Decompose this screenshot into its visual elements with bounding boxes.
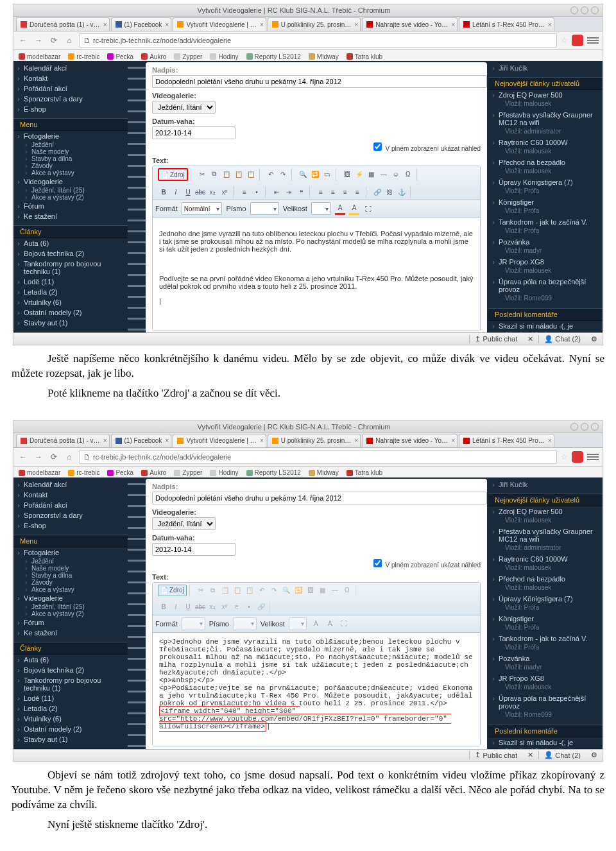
reload-icon[interactable]: ⟳ — [48, 451, 60, 463]
editor-body[interactable]: Jednoho dne jsme vyrazili na tuto oblíbe… — [153, 218, 480, 331]
bookmark-midway[interactable]: Midway — [309, 53, 339, 60]
url-input[interactable]: 🗋rc-trebic.jb-technik.cz/node/add/videog… — [79, 450, 557, 464]
latest-item[interactable]: Tankodrom - jak to začíná V. — [488, 217, 603, 227]
bookmark-aukro[interactable]: Aukro — [141, 53, 166, 60]
sidebar-sub-stavby[interactable]: Stavby a dílna — [13, 155, 128, 162]
bookmark-pecka[interactable]: Pecka — [107, 469, 133, 476]
selectall-icon[interactable]: ▭ — [321, 168, 333, 180]
cut-icon[interactable]: ✂ — [196, 168, 208, 180]
size-select[interactable] — [311, 202, 331, 215]
close-icon[interactable]: ✕ — [527, 335, 533, 343]
hr-icon[interactable]: — — [378, 168, 389, 180]
sidebar-item-letadla[interactable]: Letadla (2) — [13, 287, 128, 297]
smiley-icon[interactable]: ☺ — [390, 168, 402, 180]
tab-youtube-upload[interactable]: Nahrajte své video - Yo…× — [362, 434, 458, 447]
user-name[interactable]: Jiří Kučík — [488, 63, 603, 73]
align-right-icon[interactable]: ≡ — [339, 186, 351, 198]
latest-item[interactable]: Königstiger — [488, 197, 603, 207]
bookmark-zypper[interactable]: Zypper — [174, 469, 202, 476]
underline-icon[interactable]: U — [182, 186, 194, 198]
menu-icon[interactable] — [587, 454, 599, 460]
latest-item[interactable]: JR Propo XG8 — [488, 257, 603, 267]
quote-icon[interactable]: ❝ — [295, 186, 307, 198]
bookmark-reporty[interactable]: Reporty LS2012 — [246, 469, 301, 476]
close-icon[interactable]: × — [548, 21, 552, 28]
bookmark-tatra[interactable]: Tatra klub — [346, 53, 382, 60]
latest-item[interactable]: Úpravy Königstigera (7) — [488, 177, 603, 187]
tab-videogalerie[interactable]: Vytvořit Videogalerie | …× — [173, 434, 266, 447]
sidebar-item-vrtulniky[interactable]: Vrtulníky (6) — [13, 297, 128, 307]
sidebar-item-sponzorstvi[interactable]: Sponzorství a dary — [13, 94, 128, 104]
anchor-icon[interactable]: ⚓ — [396, 186, 407, 198]
sidebar-item-stavby-aut[interactable]: Stavby aut (1) — [13, 318, 128, 328]
paste-word-icon[interactable]: 📋 — [245, 168, 257, 180]
source-button[interactable]: 📄Zdroj — [158, 168, 188, 181]
sidebar-sub-jezdeni-litani[interactable]: Ježdění, lítání (25) — [13, 187, 128, 194]
sup-icon[interactable]: x² — [219, 186, 230, 198]
sidebar-item-kontakt[interactable]: Kontakt — [13, 73, 128, 83]
bookmark-modelbazar[interactable]: modelbazar — [19, 53, 60, 60]
maximize-icon[interactable]: ⛶ — [339, 619, 349, 629]
paste-text-icon[interactable]: 📋 — [233, 168, 244, 180]
bookmark-rctrebic[interactable]: rc-trebic — [68, 53, 99, 60]
find-icon[interactable]: 🔍 — [297, 168, 309, 180]
italic-icon[interactable]: I — [170, 186, 182, 198]
sidebar-item-eshop[interactable]: E-shop — [13, 104, 128, 114]
paste-icon[interactable]: 📋 — [221, 168, 232, 180]
gear-icon[interactable]: ⚙ — [591, 335, 597, 343]
nadpis-input[interactable] — [152, 492, 487, 504]
copy-icon[interactable]: ⧉ — [209, 168, 220, 180]
close-icon[interactable] — [591, 6, 599, 14]
datum-input[interactable] — [152, 126, 235, 139]
sidebar-item-ke-stazeni[interactable]: Ke stažení — [13, 211, 128, 221]
minimize-icon[interactable] — [570, 423, 578, 431]
tab-polikliniky[interactable]: U polikliniky 25. prosin…× — [268, 17, 361, 31]
source-button[interactable]: 📄Zdroj — [158, 585, 187, 596]
bullist-icon[interactable]: • — [251, 186, 262, 198]
maximize-icon[interactable] — [581, 423, 588, 431]
opera-icon[interactable] — [572, 35, 583, 46]
videogalerie-select[interactable]: Ježdění, lítání — [152, 517, 216, 530]
undo-icon[interactable]: ↶ — [265, 168, 277, 180]
videogalerie-select[interactable]: Ježdění, lítání — [152, 101, 216, 114]
comment-item[interactable]: Skazil si mi náladu -(, je — [488, 321, 603, 331]
back-icon[interactable]: ← — [17, 451, 29, 463]
datum-input[interactable] — [152, 543, 235, 556]
sidebar-item-tankodromy[interactable]: Tankodromy pro bojovou techniku (1) — [13, 259, 128, 277]
sidebar-sub-akce-vystavy[interactable]: Akce a výstavy (2) — [13, 194, 128, 201]
public-chat-button[interactable]: ↥ Public chat — [469, 751, 522, 759]
sidebar-item-fotogalerie[interactable]: Fotogalerie — [13, 131, 128, 141]
redo-icon[interactable]: ↷ — [277, 168, 289, 180]
close-icon[interactable]: × — [354, 21, 358, 28]
link-icon[interactable]: 🔗 — [372, 186, 383, 198]
bookmark-reporty[interactable]: Reporty LS2012 — [246, 53, 301, 60]
bookmark-rctrebic[interactable]: rc-trebic — [68, 469, 99, 476]
close-icon[interactable]: × — [451, 21, 455, 28]
sidebar-item-auta[interactable]: Auta (6) — [13, 238, 128, 248]
sidebar-item-forum[interactable]: Fórum — [13, 201, 128, 211]
reload-icon[interactable]: ⟳ — [48, 35, 60, 46]
bookmark-hodiny[interactable]: Hodiny — [210, 53, 238, 60]
close-icon[interactable]: × — [103, 21, 107, 28]
format-select[interactable]: Normální — [182, 202, 223, 215]
maximize-icon[interactable]: ⛶ — [363, 203, 373, 214]
public-chat-button[interactable]: ↥ Public chat — [469, 335, 522, 343]
tab-youtube-trex[interactable]: Létání s T-Rex 450 Pro…× — [459, 434, 554, 447]
outdent-icon[interactable]: ⇤ — [271, 186, 282, 198]
bookmark-hodiny[interactable]: Hodiny — [210, 469, 238, 476]
sidebar-item-bojova[interactable]: Bojová technika (2) — [13, 248, 128, 259]
image-icon[interactable]: 🖼 — [341, 168, 353, 180]
latest-item[interactable]: Zdroj EQ Power 500 — [488, 90, 603, 100]
bold-icon[interactable]: B — [158, 186, 169, 198]
specialchar-icon[interactable]: Ω — [402, 168, 414, 180]
star-icon[interactable]: ☆ — [561, 452, 568, 461]
tab-videogalerie[interactable]: Vytvořit Videogalerie | …× — [173, 17, 266, 31]
sidebar-sub-jezdeni[interactable]: Ježdění — [13, 141, 128, 148]
sidebar-item-videogalerie[interactable]: Videogalerie — [13, 176, 128, 187]
latest-item[interactable]: Přestavba vysílačky Graupner MC12 na wif… — [488, 110, 603, 128]
sidebar-sub-akce[interactable]: Akce a výstavy — [13, 169, 128, 176]
latest-item[interactable]: Pozvánka — [488, 237, 603, 247]
sidebar-item-lode[interactable]: Lodě (11) — [13, 277, 128, 287]
table-icon[interactable]: ▦ — [366, 168, 377, 180]
font-select[interactable] — [250, 202, 279, 215]
